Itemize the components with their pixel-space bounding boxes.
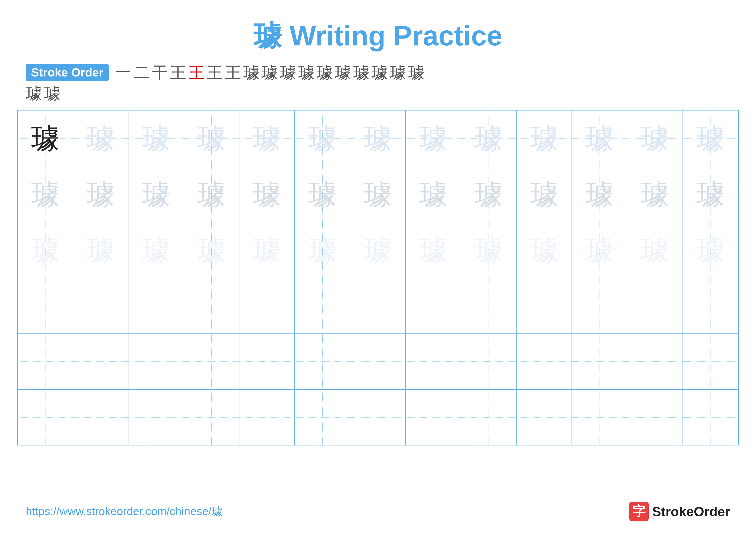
- grid-cell-r3-c8[interactable]: 璩: [406, 222, 461, 277]
- grid-cell-r5-c8[interactable]: [406, 334, 461, 389]
- stroke-char-12: 璩: [316, 64, 333, 81]
- grid-cell-r5-c4[interactable]: [184, 334, 239, 389]
- grid-cell-r2-c12[interactable]: 璩: [627, 166, 683, 222]
- grid-cell-r4-c11[interactable]: [572, 278, 627, 333]
- grid-cell-r2-c7[interactable]: 璩: [350, 166, 406, 222]
- grid-cell-r5-c13[interactable]: [683, 334, 738, 389]
- grid-cell-r3-c5[interactable]: 璩: [239, 222, 295, 277]
- grid-row-6: [18, 390, 738, 445]
- grid-cell-r4-c9[interactable]: [461, 278, 517, 333]
- grid-cell-r6-c13[interactable]: [683, 390, 738, 445]
- grid-cell-r6-c3[interactable]: [128, 390, 184, 445]
- grid-cell-r1-c10[interactable]: 璩: [517, 111, 572, 166]
- grid-cell-r2-c8[interactable]: 璩: [406, 166, 461, 222]
- grid-cell-r5-c7[interactable]: [350, 334, 406, 389]
- grid-cell-r6-c5[interactable]: [239, 390, 295, 445]
- grid-cell-r4-c10[interactable]: [517, 278, 572, 333]
- grid-cell-r5-c1[interactable]: [18, 334, 73, 389]
- grid-cell-r6-c6[interactable]: [295, 390, 350, 445]
- grid-cell-r2-c10[interactable]: 璩: [517, 166, 572, 222]
- grid-cell-r6-c11[interactable]: [572, 390, 627, 445]
- grid-cell-r6-c8[interactable]: [406, 390, 461, 445]
- grid-cell-r2-c1[interactable]: 璩: [18, 166, 73, 222]
- grid-cell-r1-c4[interactable]: 璩: [184, 111, 239, 166]
- grid-cell-r1-c1[interactable]: 璩: [18, 111, 73, 166]
- grid-cell-r6-c9[interactable]: [461, 390, 517, 445]
- grid-cell-r2-c9[interactable]: 璩: [461, 166, 517, 222]
- grid-cell-r4-c5[interactable]: [239, 278, 295, 333]
- grid-cell-r5-c12[interactable]: [627, 334, 683, 389]
- grid-cell-r4-c13[interactable]: [683, 278, 738, 333]
- grid-cell-r5-c10[interactable]: [517, 334, 572, 389]
- grid-cell-r1-c3[interactable]: 璩: [128, 111, 184, 166]
- stroke-char-4: 王: [170, 64, 186, 81]
- grid-cell-r1-c2[interactable]: 璩: [73, 111, 128, 166]
- grid-cell-r3-c11[interactable]: 璩: [572, 222, 627, 277]
- grid-cell-r6-c7[interactable]: [350, 390, 406, 445]
- grid-cell-r3-c1[interactable]: 璩: [18, 222, 73, 277]
- grid-cell-r4-c2[interactable]: [73, 278, 128, 333]
- grid-cell-r5-c2[interactable]: [73, 334, 128, 389]
- grid-row-3: 璩 璩 璩 璩 璩 璩 璩 璩 璩 璩 璩 璩 璩: [18, 222, 738, 278]
- grid-cell-r1-c8[interactable]: 璩: [406, 111, 461, 166]
- stroke-order-badge: Stroke Order: [26, 64, 109, 81]
- practice-char-dark: 璩: [31, 124, 59, 152]
- grid-cell-r6-c2[interactable]: [73, 390, 128, 445]
- grid-row-1: 璩 璩 璩 璩 璩 璩 璩 璩 璩 璩 璩 璩 璩: [18, 111, 738, 166]
- grid-cell-r5-c5[interactable]: [239, 334, 295, 389]
- grid-cell-r2-c13[interactable]: 璩: [683, 166, 738, 222]
- grid-cell-r3-c12[interactable]: 璩: [627, 222, 683, 277]
- grid-cell-r3-c4[interactable]: 璩: [184, 222, 239, 277]
- grid-cell-r6-c4[interactable]: [184, 390, 239, 445]
- stroke-chars-row1: 一 二 干 王 王 王 王 璩 璩 璩 璩 璩 璩 璩 璩 璩 璩: [115, 64, 424, 81]
- grid-cell-r4-c8[interactable]: [406, 278, 461, 333]
- grid-cell-r3-c13[interactable]: 璩: [683, 222, 738, 277]
- footer-url[interactable]: https://www.strokeorder.com/chinese/璩: [26, 504, 223, 519]
- grid-cell-r1-c5[interactable]: 璩: [239, 111, 295, 166]
- stroke-char-2: 二: [133, 64, 149, 81]
- grid-cell-r5-c6[interactable]: [295, 334, 350, 389]
- footer: https://www.strokeorder.com/chinese/璩 字 …: [26, 502, 730, 521]
- grid-cell-r2-c5[interactable]: 璩: [239, 166, 295, 222]
- grid-cell-r2-c2[interactable]: 璩: [73, 166, 128, 222]
- footer-logo: 字 StrokeOrder: [629, 502, 730, 521]
- stroke-char-r2-2: 璩: [44, 85, 60, 101]
- page-title: 璩 Writing Practice: [254, 20, 502, 51]
- practice-grid: 璩 璩 璩 璩 璩 璩 璩 璩 璩 璩 璩 璩 璩 璩 璩 璩 璩 璩 璩 璩 …: [17, 110, 739, 445]
- grid-cell-r1-c6[interactable]: 璩: [295, 111, 350, 166]
- grid-row-4: [18, 278, 738, 334]
- grid-cell-r1-c11[interactable]: 璩: [572, 111, 627, 166]
- grid-cell-r5-c11[interactable]: [572, 334, 627, 389]
- grid-cell-r4-c3[interactable]: [128, 278, 184, 333]
- stroke-char-10: 璩: [280, 64, 296, 81]
- grid-cell-r4-c1[interactable]: [18, 278, 73, 333]
- stroke-char-8: 璩: [243, 64, 259, 81]
- grid-cell-r5-c9[interactable]: [461, 334, 517, 389]
- grid-cell-r6-c1[interactable]: [18, 390, 73, 445]
- stroke-char-14: 璩: [353, 64, 369, 81]
- grid-cell-r5-c3[interactable]: [128, 334, 184, 389]
- grid-cell-r4-c4[interactable]: [184, 278, 239, 333]
- grid-row-5: [18, 334, 738, 390]
- grid-cell-r2-c3[interactable]: 璩: [128, 166, 184, 222]
- stroke-char-3: 干: [152, 64, 168, 81]
- grid-cell-r3-c2[interactable]: 璩: [73, 222, 128, 277]
- grid-cell-r1-c9[interactable]: 璩: [461, 111, 517, 166]
- stroke-char-16: 璩: [390, 64, 406, 81]
- grid-cell-r4-c12[interactable]: [627, 278, 683, 333]
- grid-cell-r3-c3[interactable]: 璩: [128, 222, 184, 277]
- grid-cell-r1-c13[interactable]: 璩: [683, 111, 738, 166]
- grid-cell-r2-c4[interactable]: 璩: [184, 166, 239, 222]
- grid-cell-r6-c12[interactable]: [627, 390, 683, 445]
- grid-cell-r4-c6[interactable]: [295, 278, 350, 333]
- grid-cell-r6-c10[interactable]: [517, 390, 572, 445]
- grid-cell-r2-c6[interactable]: 璩: [295, 166, 350, 222]
- grid-cell-r4-c7[interactable]: [350, 278, 406, 333]
- grid-cell-r2-c11[interactable]: 璩: [572, 166, 627, 222]
- grid-cell-r3-c7[interactable]: 璩: [350, 222, 406, 277]
- grid-cell-r3-c10[interactable]: 璩: [517, 222, 572, 277]
- grid-cell-r3-c6[interactable]: 璩: [295, 222, 350, 277]
- grid-cell-r3-c9[interactable]: 璩: [461, 222, 517, 277]
- grid-cell-r1-c12[interactable]: 璩: [627, 111, 683, 166]
- grid-cell-r1-c7[interactable]: 璩: [350, 111, 406, 166]
